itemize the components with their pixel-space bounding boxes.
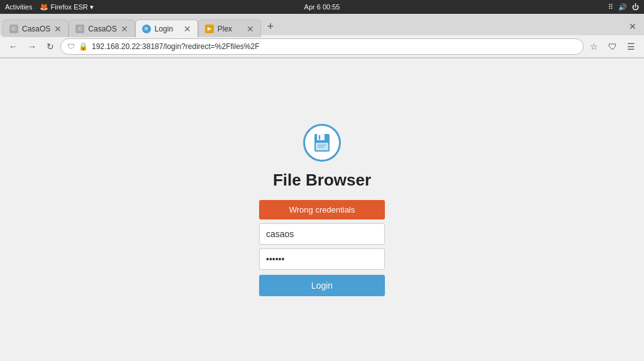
browser-chrome: C CasaOS ✕ C CasaOS ✕ ⊕ Login ✕ ▶ Plex ✕… [0, 14, 644, 58]
tab-login[interactable]: ⊕ Login ✕ [135, 19, 198, 37]
tab-casaos-2[interactable]: C CasaOS ✕ [69, 19, 135, 37]
os-topbar: Activities 🦊 Firefox ESR ▾ Apr 6 00:55 ⠿… [0, 0, 644, 14]
error-banner: Wrong credentials [259, 200, 385, 219]
network-icon: ⠿ [608, 3, 613, 11]
tab-close-plex[interactable]: ✕ [247, 25, 254, 33]
tab-favicon-plex: ▶ [205, 25, 214, 33]
tab-label-casaos-1: CasaOS [22, 25, 50, 33]
password-input[interactable] [259, 248, 385, 270]
tab-close-login[interactable]: ✕ [184, 25, 191, 33]
tab-bar: C CasaOS ✕ C CasaOS ✕ ⊕ Login ✕ ▶ Plex ✕… [0, 14, 644, 35]
svg-rect-5 [318, 147, 324, 148]
shield-button[interactable]: 🛡 [604, 39, 621, 54]
address-bar[interactable]: 🛡 🔒 192.168.20.22:38187/login?redirect=%… [60, 38, 584, 55]
bookmark-button[interactable]: ☆ [586, 39, 602, 54]
login-button[interactable]: Login [259, 275, 385, 296]
tab-casaos-1[interactable]: C CasaOS ✕ [3, 19, 69, 37]
nav-bar: ← → ↻ 🛡 🔒 192.168.20.22:38187/login?redi… [0, 35, 644, 58]
forward-button[interactable]: → [24, 39, 40, 54]
os-bar-right: ⠿ 🔊 ⏻ [608, 3, 639, 11]
menu-button[interactable]: ☰ [623, 39, 639, 54]
tab-favicon-casa1: C [9, 25, 18, 33]
shield-icon: 🛡 [67, 42, 75, 51]
volume-icon: 🔊 [618, 3, 627, 11]
tab-label-login: Login [155, 25, 180, 33]
back-button[interactable]: ← [5, 39, 21, 54]
svg-rect-2 [319, 135, 320, 140]
tab-label-casaos-2: CasaOS [88, 25, 116, 33]
power-icon: ⏻ [632, 3, 639, 11]
tab-plex[interactable]: ▶ Plex ✕ [198, 19, 261, 37]
nav-right-icons: ☆ 🛡 ☰ [586, 39, 639, 54]
os-datetime: Apr 6 00:55 [304, 3, 340, 11]
activities-label[interactable]: Activities [5, 3, 32, 11]
tab-favicon-casa2: C [75, 25, 84, 33]
reload-button[interactable]: ↻ [43, 39, 58, 54]
window-close-button[interactable]: ✕ [624, 19, 641, 34]
tab-label-plex: Plex [218, 25, 243, 33]
floppy-disk-icon [312, 133, 332, 153]
lock-icon: 🔒 [79, 42, 88, 51]
address-url[interactable]: 192.168.20.22:38187/login?redirect=%2Ffi… [92, 42, 577, 51]
page-content: File Browser Wrong credentials Login [0, 58, 644, 361]
app-title: File Browser [273, 170, 371, 190]
os-bar-left: Activities 🦊 Firefox ESR ▾ [5, 3, 94, 11]
login-card: File Browser Wrong credentials Login [259, 124, 385, 296]
tab-close-casaos-1[interactable]: ✕ [54, 25, 62, 33]
username-input[interactable] [259, 223, 385, 245]
new-tab-button[interactable]: + [264, 20, 278, 33]
svg-rect-1 [317, 134, 325, 140]
app-icon [303, 124, 341, 162]
svg-rect-4 [318, 145, 326, 146]
tab-favicon-login: ⊕ [142, 25, 151, 33]
browser-label[interactable]: 🦊 Firefox ESR ▾ [40, 3, 93, 11]
tab-close-casaos-2[interactable]: ✕ [121, 25, 128, 33]
